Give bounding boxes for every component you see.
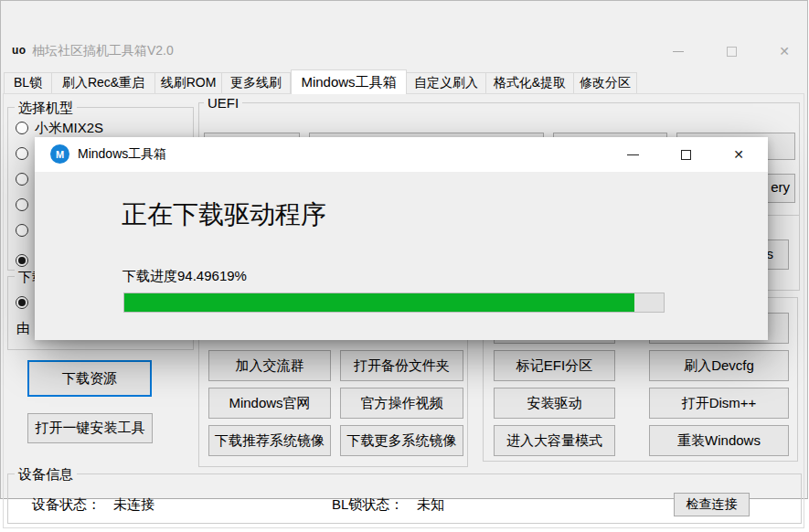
open-one-click-installer-button[interactable]: 打开一键安装工具 [27,413,153,443]
minimize-button[interactable] [659,38,697,64]
radio-model-3[interactable] [16,173,28,186]
tab-more-fastboot[interactable]: 更多线刷 [222,72,291,94]
dialog-minimize-icon [627,154,639,155]
enter-mass-storage-button[interactable]: 进入大容量模式 [494,425,615,456]
progress-bar-fill [124,293,634,312]
dialog-app-icon: M [50,144,69,164]
tab-flash-rec-restart[interactable]: 刷入Rec&重启 [52,72,155,94]
mindows-official-site-button[interactable]: Mindows官网 [208,388,331,419]
radio-download-source[interactable] [16,296,28,309]
tab-modify-partition[interactable]: 修改分区 [574,72,637,94]
download-recommended-image-button[interactable]: 下载推荐系统镜像 [208,425,331,456]
radio-model-1[interactable] [16,122,28,134]
install-driver-button[interactable]: 安装驱动 [494,388,615,419]
join-group-button[interactable]: 加入交流群 [208,350,331,381]
dialog-heading: 正在下载驱动程序 [122,197,326,232]
download-resource-button[interactable]: 下载资源 [27,360,152,397]
download-source-text-fragment: 由 [16,320,30,337]
bl-status-label: BL锁状态： [332,496,403,514]
open-backup-folder-button[interactable]: 打开备份文件夹 [340,350,463,381]
bl-status-value: 未知 [417,496,444,514]
screen: uo 柚坛社区搞机工具箱V2.0 ✕ BL锁 刷入Rec&重启 线刷ROM 更多… [0,0,809,532]
minimize-icon [673,51,684,52]
app-icon: uo [12,44,27,57]
radio-model-6[interactable] [16,254,28,267]
window-title: 柚坛社区搞机工具箱V2.0 [32,43,174,59]
download-more-images-button[interactable]: 下载更多系统镜像 [340,425,463,456]
progress-bar [123,293,665,313]
radio-model-1-label[interactable]: 小米MIX2S [35,120,103,137]
dialog-close-button[interactable]: ✕ [720,141,757,168]
open-dism-button[interactable]: 打开Dism++ [649,388,789,419]
dialog-close-icon: ✕ [733,147,744,162]
tab-custom-flash[interactable]: 自定义刷入 [407,72,486,94]
radio-model-2[interactable] [16,147,28,160]
dialog-title: Mindows工具箱 [78,146,166,163]
maximize-icon [727,47,737,57]
dialog-minimize-button[interactable] [614,141,651,168]
tab-bl-lock[interactable]: BL锁 [4,72,52,94]
maximize-button[interactable] [712,38,750,64]
device-status-value: 未连接 [113,496,154,514]
uefi-group-label: UEFI [204,95,242,111]
reinstall-windows-button[interactable]: 重装Windows [649,425,789,456]
tab-fastboot-rom[interactable]: 线刷ROM [155,72,222,94]
dialog-mindows-toolbox: M Mindows工具箱 ✕ 正在下载驱动程序 下载进度94.49619% [35,137,768,340]
radio-model-5[interactable] [16,224,28,237]
official-video-button[interactable]: 官方操作视频 [340,388,463,419]
device-status-label: 设备状态： [32,496,101,514]
download-progress-label: 下载进度94.49619% [122,268,247,285]
device-info-group-label: 设备信息 [15,466,77,484]
close-icon: ✕ [779,44,790,59]
close-button[interactable]: ✕ [765,38,804,64]
radio-model-4[interactable] [16,198,28,211]
tab-bar: BL锁 刷入Rec&重启 线刷ROM 更多线刷 Mindows工具箱 自定义刷入… [4,72,637,94]
dialog-maximize-icon [681,150,691,160]
mark-efi-partition-button[interactable]: 标记EFI分区 [494,350,615,381]
model-select-group-label: 选择机型 [15,100,77,117]
tab-format-extract[interactable]: 格式化&提取 [486,72,574,94]
dialog-maximize-button[interactable] [667,141,704,168]
tab-mindows-toolbox[interactable]: Mindows工具箱 [291,69,407,94]
check-connection-button[interactable]: 检查连接 [674,493,750,516]
flash-devcfg-button[interactable]: 刷入Devcfg [649,350,789,381]
